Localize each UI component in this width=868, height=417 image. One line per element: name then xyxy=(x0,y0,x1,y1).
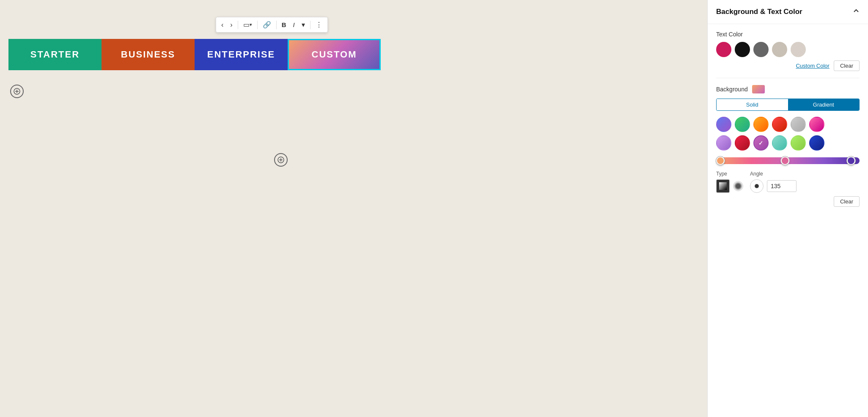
gradient-stop-right[interactable] xyxy=(847,156,855,165)
text-color-clear-button[interactable]: Clear xyxy=(834,60,860,71)
italic-button[interactable]: I xyxy=(291,19,297,30)
panel-body: Text Color Custom Color Clear Background xyxy=(708,24,868,214)
add-block-button-1[interactable] xyxy=(10,85,24,98)
tab-custom[interactable]: CUSTOM xyxy=(288,39,381,70)
angle-label: Angle xyxy=(750,171,797,177)
formatting-toolbar: ‹ › ▭ ▾ 🔗 B I ▾ ⋮ xyxy=(216,17,328,33)
angle-section: Angle xyxy=(750,171,797,193)
type-section: Type xyxy=(716,171,743,193)
text-color-section: Text Color Custom Color Clear xyxy=(716,31,860,71)
type-icons xyxy=(716,179,743,193)
tab-business[interactable]: BUSINESS xyxy=(102,39,195,70)
add-block-button-2[interactable] xyxy=(274,153,288,167)
swatch-dark-gray[interactable] xyxy=(753,42,769,57)
gradient-light-purple[interactable] xyxy=(716,135,731,151)
gradient-gray[interactable] xyxy=(791,117,806,132)
type-linear-icon[interactable] xyxy=(716,179,730,193)
gradient-stop-left[interactable] xyxy=(716,156,725,165)
angle-input-row xyxy=(750,179,797,193)
tab-enterprise[interactable]: ENTERPRISE xyxy=(195,39,288,70)
gradient-light-green[interactable] xyxy=(791,135,806,151)
panel-title: Background & Text Color xyxy=(716,8,802,16)
tab-starter[interactable]: STARTER xyxy=(8,39,102,70)
block-type-button[interactable]: ▭ ▾ xyxy=(241,19,255,30)
back-button[interactable]: ‹ xyxy=(219,19,226,30)
text-color-label: Text Color xyxy=(716,31,860,38)
right-panel: Background & Text Color Text Color Custo… xyxy=(707,0,868,417)
gradient-pink[interactable] xyxy=(809,117,824,132)
swatch-very-light-tan[interactable] xyxy=(791,42,806,57)
solid-toggle-button[interactable]: Solid xyxy=(717,99,788,110)
toolbar-divider-2 xyxy=(257,21,258,29)
background-header: Background xyxy=(716,85,860,93)
swatch-red[interactable] xyxy=(716,42,731,57)
forward-button[interactable]: › xyxy=(228,19,235,30)
gradient-orange[interactable] xyxy=(753,117,769,132)
gradient-toggle-button[interactable]: Gradient xyxy=(788,99,860,110)
svg-rect-6 xyxy=(719,182,727,190)
section-divider xyxy=(716,78,860,78)
gradient-slider-track xyxy=(716,157,860,164)
gradient-teal[interactable] xyxy=(772,135,787,151)
background-label: Background xyxy=(716,86,748,93)
solid-gradient-toggle: Solid Gradient xyxy=(716,99,860,111)
text-options-dropdown[interactable]: ▾ xyxy=(299,19,308,30)
tabs-container: STARTER BUSINESS ENTERPRISE CUSTOM xyxy=(8,39,381,70)
background-preview xyxy=(752,85,765,93)
type-radial-icon[interactable] xyxy=(733,181,743,191)
gradient-slider[interactable] xyxy=(716,155,860,167)
swatch-black[interactable] xyxy=(735,42,750,57)
type-label: Type xyxy=(716,171,743,177)
panel-collapse-button[interactable] xyxy=(853,8,860,16)
background-clear-button[interactable]: Clear xyxy=(834,196,860,207)
gradient-swatches-row-1 xyxy=(716,117,860,132)
gradient-dark-red[interactable] xyxy=(735,135,750,151)
background-section: Background Solid Gradient xyxy=(716,85,860,207)
type-angle-row: Type Angle xyxy=(716,171,860,193)
gradient-swatches-row-2: ✓ xyxy=(716,135,860,151)
text-color-swatches xyxy=(716,42,860,57)
background-clear-row: Clear xyxy=(716,196,860,207)
gradient-purple-selected[interactable]: ✓ xyxy=(753,135,769,151)
bold-button[interactable]: B xyxy=(279,19,289,30)
toolbar-divider-1 xyxy=(238,21,238,29)
toolbar-divider-3 xyxy=(276,21,277,29)
toolbar-divider-4 xyxy=(310,21,310,29)
custom-color-link[interactable]: Custom Color xyxy=(796,63,829,69)
swatch-light-tan[interactable] xyxy=(772,42,787,57)
more-options-button[interactable]: ⋮ xyxy=(313,19,325,30)
text-color-actions: Custom Color Clear xyxy=(716,60,860,71)
gradient-red[interactable] xyxy=(772,117,787,132)
panel-header: Background & Text Color xyxy=(708,0,868,24)
canvas-area: ‹ › ▭ ▾ 🔗 B I ▾ ⋮ STARTER BUSINESS ENTER… xyxy=(0,0,707,417)
gradient-dark-blue[interactable] xyxy=(809,135,824,151)
angle-dial[interactable] xyxy=(750,179,764,193)
gradient-blue-purple[interactable] xyxy=(716,117,731,132)
angle-input[interactable] xyxy=(767,180,797,192)
gradient-green[interactable] xyxy=(735,117,750,132)
link-button[interactable]: 🔗 xyxy=(260,19,274,30)
gradient-stop-middle[interactable] xyxy=(781,156,789,165)
